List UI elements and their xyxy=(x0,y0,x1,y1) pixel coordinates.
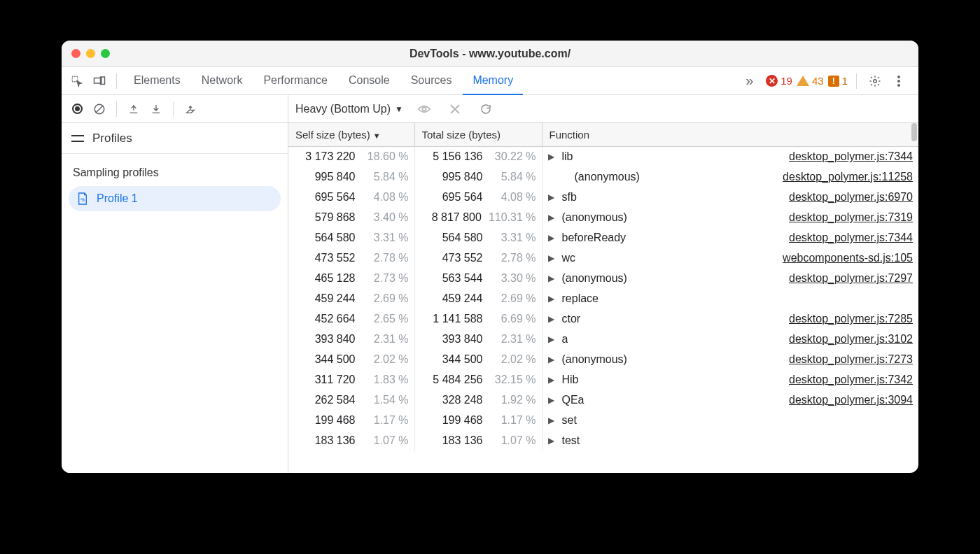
source-link[interactable]: desktop_polymer.js:7297 xyxy=(789,272,913,285)
profiles-header[interactable]: Profiles xyxy=(62,123,288,154)
self-size-pct: 1.07 % xyxy=(363,434,409,447)
source-link[interactable]: desktop_polymer.js:7285 xyxy=(789,313,913,325)
source-link[interactable]: desktop_polymer.js:7319 xyxy=(789,211,913,224)
expand-icon[interactable]: ▶ xyxy=(548,334,556,344)
table-row[interactable]: 311 7201.83 %5 484 25632.15 %▶Hibdesktop… xyxy=(288,370,918,390)
table-row[interactable]: 473 5522.78 %473 5522.78 %▶wcwebcomponen… xyxy=(288,248,918,269)
errors-status[interactable]: ✕ 19 xyxy=(766,75,792,87)
self-size-value: 199 468 xyxy=(315,414,356,427)
source-link[interactable]: desktop_polymer.js:7273 xyxy=(789,353,913,366)
self-size-pct: 2.65 % xyxy=(363,313,409,325)
warnings-status[interactable]: 43 xyxy=(797,75,824,87)
table-row[interactable]: 183 1361.07 %183 1361.07 %▶test xyxy=(288,431,918,451)
device-toolbar-icon[interactable] xyxy=(90,71,109,91)
expand-icon[interactable]: ▶ xyxy=(548,213,556,222)
more-tabs-chevron-icon[interactable]: » xyxy=(740,73,759,89)
close-window-button[interactable] xyxy=(71,49,80,58)
table-row[interactable]: 579 8683.40 %8 817 800110.31 %▶(anonymou… xyxy=(288,208,918,228)
self-size-pct: 4.08 % xyxy=(363,191,409,204)
table-row[interactable]: 459 2442.69 %459 2442.69 %▶replace xyxy=(288,289,918,309)
tab-sources[interactable]: Sources xyxy=(401,67,462,95)
expand-icon[interactable]: ▶ xyxy=(548,253,556,263)
view-select[interactable]: Heavy (Bottom Up) ▼ xyxy=(295,103,403,115)
function-name: a xyxy=(562,333,568,346)
source-link[interactable]: desktop_polymer.js:3102 xyxy=(789,333,913,346)
source-link[interactable]: desktop_polymer.js:7344 xyxy=(789,232,913,244)
record-button[interactable] xyxy=(67,99,87,119)
settings-gear-icon[interactable] xyxy=(865,71,885,91)
self-size-value: 452 664 xyxy=(315,313,356,325)
svg-point-10 xyxy=(422,107,426,111)
self-size-value: 695 564 xyxy=(315,191,356,204)
caret-down-icon: ▼ xyxy=(395,104,403,114)
total-size-pct: 2.78 % xyxy=(490,252,536,264)
refresh-icon[interactable] xyxy=(476,99,496,119)
total-size-value: 344 500 xyxy=(442,353,483,366)
source-link[interactable]: desktop_polymer.js:7342 xyxy=(789,374,913,386)
tab-elements[interactable]: Elements xyxy=(124,67,190,95)
expand-icon[interactable]: ▶ xyxy=(548,395,556,405)
total-size-value: 183 136 xyxy=(442,434,483,447)
load-profile-icon[interactable] xyxy=(124,99,144,119)
table-row[interactable]: 3 173 22018.60 %5 156 13630.22 %▶libdesk… xyxy=(288,147,918,167)
col-total-size[interactable]: Total size (bytes) xyxy=(414,123,542,147)
clear-button[interactable] xyxy=(90,99,109,119)
profile-item[interactable]: % Profile 1 xyxy=(69,186,281,211)
table-row[interactable]: 344 5002.02 %344 5002.02 %▶(anonymous)de… xyxy=(288,350,918,370)
col-self-size[interactable]: Self size (bytes)▼ xyxy=(288,123,414,147)
table-row[interactable]: 199 4681.17 %199 4681.17 %▶set xyxy=(288,411,918,431)
expand-icon[interactable]: ▶ xyxy=(548,294,556,304)
self-size-pct: 3.40 % xyxy=(363,211,409,224)
col-function[interactable]: Function xyxy=(542,123,918,147)
table-row[interactable]: 564 5803.31 %564 5803.31 %▶beforeReadyde… xyxy=(288,228,918,248)
expand-icon[interactable]: ▶ xyxy=(548,192,556,202)
expand-icon[interactable]: ▶ xyxy=(548,375,556,385)
panel-tabs: ElementsNetworkPerformanceConsoleSources… xyxy=(124,67,737,95)
tab-performance[interactable]: Performance xyxy=(253,67,337,95)
save-profile-icon[interactable] xyxy=(146,99,166,119)
close-icon[interactable] xyxy=(445,99,465,119)
table-row[interactable]: 995 8405.84 %995 8405.84 %(anonymous)des… xyxy=(288,167,918,187)
source-link[interactable]: desktop_polymer.js:7344 xyxy=(789,150,913,163)
self-size-value: 459 244 xyxy=(315,292,356,305)
table-row[interactable]: 695 5644.08 %695 5644.08 %▶sfbdesktop_po… xyxy=(288,187,918,208)
table-row[interactable]: 393 8402.31 %393 8402.31 %▶adesktop_poly… xyxy=(288,329,918,350)
self-size-value: 473 552 xyxy=(315,252,356,264)
self-size-pct: 2.31 % xyxy=(363,333,409,346)
table-wrap[interactable]: Self size (bytes)▼ Total size (bytes) Fu… xyxy=(288,123,918,473)
source-link[interactable]: webcomponents-sd.js:105 xyxy=(783,252,913,264)
minimize-window-button[interactable] xyxy=(86,49,95,58)
svg-point-5 xyxy=(897,80,900,83)
issues-status[interactable]: ! 1 xyxy=(828,75,848,87)
table-row[interactable]: 262 5841.54 %328 2481.92 %▶QEadesktop_po… xyxy=(288,390,918,411)
traffic-lights xyxy=(71,49,110,58)
tab-console[interactable]: Console xyxy=(339,67,400,95)
inspect-element-icon[interactable] xyxy=(67,71,87,91)
expand-icon[interactable]: ▶ xyxy=(548,355,556,364)
total-size-pct: 4.08 % xyxy=(490,191,536,204)
table-row[interactable]: 452 6642.65 %1 141 5886.69 %▶ctordesktop… xyxy=(288,309,918,329)
garbage-collect-icon[interactable] xyxy=(181,99,200,119)
expand-icon[interactable]: ▶ xyxy=(548,416,556,425)
source-link[interactable]: desktop_polymer.js:11258 xyxy=(783,171,913,183)
expand-icon[interactable]: ▶ xyxy=(548,274,556,283)
expand-icon[interactable]: ▶ xyxy=(548,436,556,446)
expand-icon[interactable]: ▶ xyxy=(548,233,556,243)
eye-icon[interactable] xyxy=(414,99,434,119)
maximize-window-button[interactable] xyxy=(101,49,110,58)
more-menu-icon[interactable] xyxy=(889,71,909,91)
top-toolbar: ElementsNetworkPerformanceConsoleSources… xyxy=(62,67,918,95)
expand-icon[interactable]: ▶ xyxy=(548,152,556,162)
expand-icon[interactable]: ▶ xyxy=(548,314,556,324)
svg-point-4 xyxy=(897,76,900,78)
tab-network[interactable]: Network xyxy=(192,67,253,95)
svg-text:%: % xyxy=(80,197,85,202)
source-link[interactable]: desktop_polymer.js:6970 xyxy=(789,191,913,204)
scrollbar-thumb[interactable] xyxy=(911,123,917,141)
profile-table: Self size (bytes)▼ Total size (bytes) Fu… xyxy=(288,123,918,451)
table-row[interactable]: 465 1282.73 %563 5443.30 %▶(anonymous)de… xyxy=(288,269,918,289)
tab-memory[interactable]: Memory xyxy=(463,67,523,95)
total-size-value: 564 580 xyxy=(442,232,483,244)
total-size-pct: 6.69 % xyxy=(490,313,536,325)
source-link[interactable]: desktop_polymer.js:3094 xyxy=(789,394,913,406)
